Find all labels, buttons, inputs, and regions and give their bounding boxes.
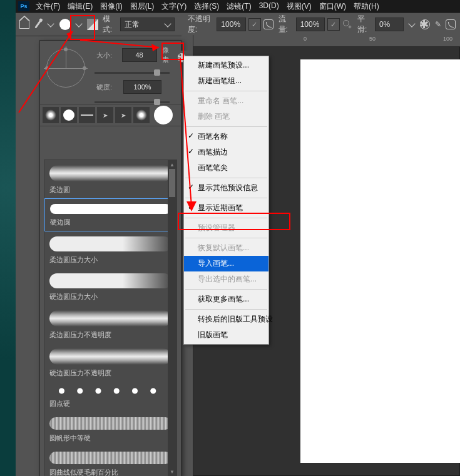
brush-tip-soft2[interactable] <box>133 107 150 123</box>
smoothing-label: 平滑: <box>355 14 372 35</box>
menu-滤镜(T)[interactable]: 滤镜(T) <box>223 1 255 12</box>
app-logo: Ps <box>18 1 29 11</box>
brush-tip-arrow2[interactable] <box>115 107 131 123</box>
hardness-label: 硬度: <box>95 83 118 92</box>
menu-图层(L)[interactable]: 图层(L) <box>126 1 158 12</box>
brush-name: 柔边圆压力大小 <box>49 254 171 266</box>
menu-item[interactable]: 旧版画笔 <box>184 327 268 343</box>
brush-preset-item[interactable]: 柔边圆 <box>44 160 176 198</box>
menu-图像(I)[interactable]: 图像(I) <box>96 1 126 12</box>
menu-item[interactable]: 新建画笔预设... <box>184 58 268 73</box>
menubar: Ps 文件(F)编辑(E)图像(I)图层(L)文字(Y)选择(S)滤镜(T)3D… <box>16 0 460 13</box>
size-input[interactable] <box>122 48 157 62</box>
brush-preset-item[interactable]: 圆点硬 <box>44 382 176 412</box>
brush-preset-item[interactable]: 柔边圆压力大小 <box>44 231 176 268</box>
airbrush-icon[interactable] <box>342 18 353 31</box>
menu-文字(Y)[interactable]: 文字(Y) <box>158 1 190 12</box>
brush-tool-icon[interactable] <box>33 18 43 31</box>
brush-tip-hard[interactable] <box>61 107 77 123</box>
brush-tip-soft[interactable] <box>43 107 59 123</box>
brush-preset-item[interactable]: 圆曲线低硬毛刷百分比 <box>44 447 176 476</box>
menu-3D(D)[interactable]: 3D(D) <box>255 1 283 12</box>
document-canvas[interactable] <box>300 59 460 463</box>
menu-item[interactable]: 获取更多画笔... <box>184 291 268 307</box>
brush-tip-line1[interactable] <box>79 107 95 123</box>
tool-dropdown[interactable] <box>46 18 56 31</box>
smoothing-dropdown[interactable] <box>406 18 417 31</box>
menu-item: 删除 画笔 <box>184 109 268 124</box>
opacity-pressure-toggle[interactable] <box>248 18 261 31</box>
brush-name: 柔边圆压力不透明度 <box>49 329 171 341</box>
options-bar: 模式: 正常 不透明度: 100% 流量: 100% 平滑: 0% ✎ <box>16 13 460 36</box>
brush-flyout-menu: 新建画笔预设...新建画笔组...重命名 画笔...删除 画笔画笔名称画笔描边画… <box>183 56 269 345</box>
scroll-down-icon[interactable]: ▼ <box>168 467 176 476</box>
menu-item[interactable]: 显示近期画笔 <box>184 200 268 216</box>
symmetry-icon[interactable]: ✎ <box>432 18 443 31</box>
brush-tip-row <box>40 104 181 126</box>
brush-preset-item[interactable]: 硬边圆压力大小 <box>44 268 176 305</box>
menu-item[interactable]: 画笔笔尖 <box>184 160 268 176</box>
brush-name: 柔边圆 <box>49 184 171 196</box>
scroll-up-icon[interactable]: ▲ <box>168 160 176 169</box>
brush-preset-dropdown[interactable] <box>74 18 84 31</box>
scrollbar[interactable]: ▲ ▼ <box>168 160 176 476</box>
smoothing-options-icon[interactable] <box>419 18 430 31</box>
menu-item[interactable]: 画笔描边 <box>184 144 268 160</box>
pressure-size-icon[interactable] <box>446 18 456 31</box>
brush-preview[interactable] <box>59 18 71 31</box>
menu-窗口(W)[interactable]: 窗口(W) <box>315 1 350 12</box>
brush-panel-button[interactable] <box>87 18 98 31</box>
brush-preset-item[interactable]: 硬边圆压力不透明度 <box>44 343 176 382</box>
mode-select[interactable]: 正常 <box>120 18 175 31</box>
menu-item: 预设管理器... <box>184 220 268 236</box>
brush-name: 硬边圆压力大小 <box>49 291 171 303</box>
hardness-slider[interactable] <box>95 101 170 103</box>
brush-preset-picker: 大小: 像素 硬度: 柔边圆硬边圆柔边圆压力大小 <box>39 40 181 476</box>
menu-编辑(E)[interactable]: 编辑(E) <box>64 1 96 12</box>
pressure-opacity-icon[interactable] <box>263 18 274 31</box>
brush-angle-control[interactable] <box>46 49 85 88</box>
brush-name: 硬边圆压力不透明度 <box>49 367 171 379</box>
size-label: 大小: <box>95 51 117 60</box>
menu-帮助(H)[interactable]: 帮助(H) <box>350 1 383 12</box>
size-unit: 像素 <box>162 46 175 64</box>
smoothing-field[interactable]: 0% <box>375 18 404 31</box>
brush-name: 圆点硬 <box>49 398 171 410</box>
size-slider[interactable] <box>95 72 170 74</box>
opacity-field[interactable]: 100% <box>217 18 245 31</box>
menu-item: 导出选中的画笔... <box>184 271 268 287</box>
menu-item: 恢复默认画笔... <box>184 240 268 256</box>
brush-tip-arrow1[interactable] <box>97 107 113 123</box>
opacity-label: 不透明度: <box>186 14 215 35</box>
brush-tip-big[interactable] <box>154 106 173 124</box>
menu-item[interactable]: 导入画笔... <box>184 256 268 271</box>
mode-label: 模式: <box>101 14 118 35</box>
flow-pressure-toggle[interactable] <box>327 18 340 31</box>
menu-item[interactable]: 新建画笔组... <box>184 73 268 89</box>
brush-preset-list[interactable]: 柔边圆硬边圆柔边圆压力大小硬边圆压力大小柔边圆压力不透明度硬边圆压力不透明度圆点… <box>44 160 177 476</box>
hardness-input[interactable] <box>123 80 161 94</box>
brush-preset-item[interactable]: 柔边圆压力不透明度 <box>44 305 176 343</box>
menu-文件(F)[interactable]: 文件(F) <box>32 1 64 12</box>
menu-item[interactable]: 显示其他预设信息 <box>184 180 268 196</box>
brush-name: 圆帆形中等硬 <box>49 432 171 444</box>
horizontal-ruler[interactable]: 0 50 100 <box>181 35 460 47</box>
brush-preset-item[interactable]: 硬边圆 <box>44 198 176 231</box>
brush-name: 圆曲线低硬毛刷百分比 <box>49 467 171 476</box>
menu-选择(S)[interactable]: 选择(S) <box>190 1 223 12</box>
scroll-thumb[interactable] <box>169 169 175 197</box>
menu-item[interactable]: 转换后的旧版工具预设 <box>184 311 268 327</box>
home-button[interactable] <box>19 18 30 31</box>
brush-preset-item[interactable]: 圆帆形中等硬 <box>44 412 176 447</box>
flow-field[interactable]: 100% <box>296 18 325 31</box>
menu-item[interactable]: 画笔名称 <box>184 129 268 144</box>
menu-视图(V)[interactable]: 视图(V) <box>283 1 315 12</box>
brush-name: 硬边圆 <box>50 216 171 228</box>
menu-item: 重命名 画笔... <box>184 93 268 109</box>
flow-label: 流量: <box>277 14 294 35</box>
